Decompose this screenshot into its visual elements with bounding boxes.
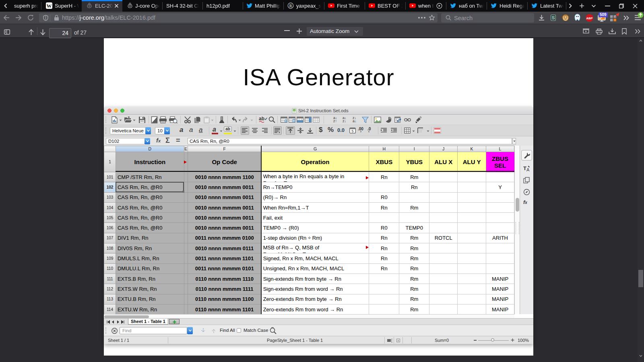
svg-text:5: 5 xyxy=(351,129,353,133)
svg-text:T: T xyxy=(523,165,526,171)
svg-text:A: A xyxy=(526,167,530,172)
svg-text:ABP: ABP xyxy=(586,16,593,20)
svg-text:S: S xyxy=(552,15,555,20)
svg-text:R: R xyxy=(289,4,292,8)
svg-text:W: W xyxy=(47,3,52,9)
